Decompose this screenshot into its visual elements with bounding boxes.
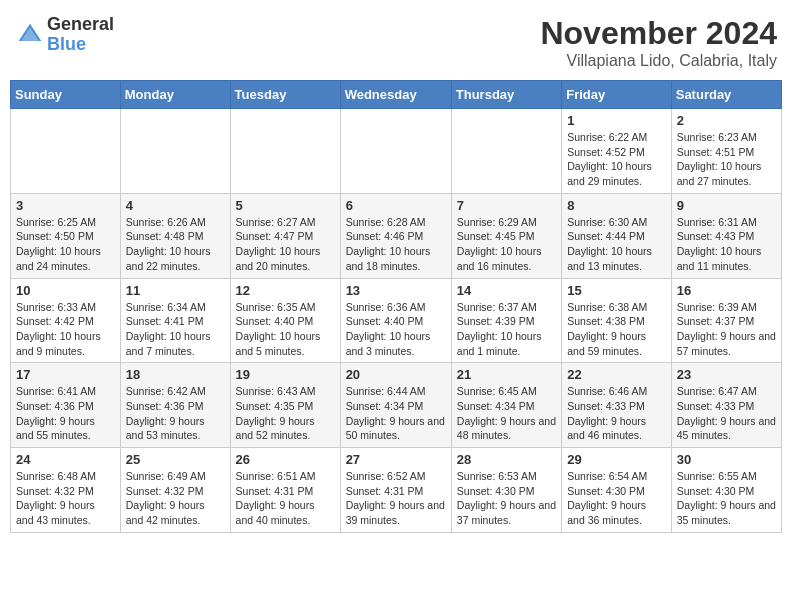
day-info: Sunrise: 6:36 AM Sunset: 4:40 PM Dayligh… — [346, 300, 446, 359]
day-number: 13 — [346, 283, 446, 298]
day-cell — [451, 109, 561, 194]
calendar-body: 1Sunrise: 6:22 AM Sunset: 4:52 PM Daylig… — [11, 109, 782, 533]
calendar: SundayMondayTuesdayWednesdayThursdayFrid… — [10, 80, 782, 533]
day-info: Sunrise: 6:42 AM Sunset: 4:36 PM Dayligh… — [126, 384, 225, 443]
day-number: 24 — [16, 452, 115, 467]
day-info: Sunrise: 6:33 AM Sunset: 4:42 PM Dayligh… — [16, 300, 115, 359]
day-number: 17 — [16, 367, 115, 382]
logo-icon — [15, 20, 45, 50]
header-saturday: Saturday — [671, 81, 781, 109]
day-info: Sunrise: 6:46 AM Sunset: 4:33 PM Dayligh… — [567, 384, 666, 443]
day-number: 5 — [236, 198, 335, 213]
day-number: 2 — [677, 113, 776, 128]
day-info: Sunrise: 6:27 AM Sunset: 4:47 PM Dayligh… — [236, 215, 335, 274]
header-row: SundayMondayTuesdayWednesdayThursdayFrid… — [11, 81, 782, 109]
day-cell: 11Sunrise: 6:34 AM Sunset: 4:41 PM Dayli… — [120, 278, 230, 363]
day-cell: 20Sunrise: 6:44 AM Sunset: 4:34 PM Dayli… — [340, 363, 451, 448]
day-number: 20 — [346, 367, 446, 382]
day-info: Sunrise: 6:35 AM Sunset: 4:40 PM Dayligh… — [236, 300, 335, 359]
day-info: Sunrise: 6:23 AM Sunset: 4:51 PM Dayligh… — [677, 130, 776, 189]
day-info: Sunrise: 6:52 AM Sunset: 4:31 PM Dayligh… — [346, 469, 446, 528]
week-row-4: 24Sunrise: 6:48 AM Sunset: 4:32 PM Dayli… — [11, 448, 782, 533]
day-cell: 10Sunrise: 6:33 AM Sunset: 4:42 PM Dayli… — [11, 278, 121, 363]
day-info: Sunrise: 6:49 AM Sunset: 4:32 PM Dayligh… — [126, 469, 225, 528]
location-title: Villapiana Lido, Calabria, Italy — [540, 52, 777, 70]
day-info: Sunrise: 6:45 AM Sunset: 4:34 PM Dayligh… — [457, 384, 556, 443]
day-cell — [11, 109, 121, 194]
day-info: Sunrise: 6:38 AM Sunset: 4:38 PM Dayligh… — [567, 300, 666, 359]
week-row-1: 3Sunrise: 6:25 AM Sunset: 4:50 PM Daylig… — [11, 193, 782, 278]
day-number: 7 — [457, 198, 556, 213]
day-cell: 26Sunrise: 6:51 AM Sunset: 4:31 PM Dayli… — [230, 448, 340, 533]
day-number: 29 — [567, 452, 666, 467]
day-number: 6 — [346, 198, 446, 213]
day-cell — [230, 109, 340, 194]
day-info: Sunrise: 6:25 AM Sunset: 4:50 PM Dayligh… — [16, 215, 115, 274]
day-info: Sunrise: 6:41 AM Sunset: 4:36 PM Dayligh… — [16, 384, 115, 443]
day-info: Sunrise: 6:53 AM Sunset: 4:30 PM Dayligh… — [457, 469, 556, 528]
day-number: 1 — [567, 113, 666, 128]
day-number: 26 — [236, 452, 335, 467]
day-number: 22 — [567, 367, 666, 382]
day-cell: 2Sunrise: 6:23 AM Sunset: 4:51 PM Daylig… — [671, 109, 781, 194]
day-cell: 30Sunrise: 6:55 AM Sunset: 4:30 PM Dayli… — [671, 448, 781, 533]
logo: General Blue — [15, 15, 114, 55]
header-wednesday: Wednesday — [340, 81, 451, 109]
day-number: 23 — [677, 367, 776, 382]
month-title: November 2024 — [540, 15, 777, 52]
day-number: 25 — [126, 452, 225, 467]
day-cell: 3Sunrise: 6:25 AM Sunset: 4:50 PM Daylig… — [11, 193, 121, 278]
logo-general: General — [47, 15, 114, 35]
day-number: 11 — [126, 283, 225, 298]
day-cell: 7Sunrise: 6:29 AM Sunset: 4:45 PM Daylig… — [451, 193, 561, 278]
title-section: November 2024 Villapiana Lido, Calabria,… — [540, 15, 777, 70]
day-cell: 4Sunrise: 6:26 AM Sunset: 4:48 PM Daylig… — [120, 193, 230, 278]
day-cell: 13Sunrise: 6:36 AM Sunset: 4:40 PM Dayli… — [340, 278, 451, 363]
day-number: 9 — [677, 198, 776, 213]
day-info: Sunrise: 6:34 AM Sunset: 4:41 PM Dayligh… — [126, 300, 225, 359]
day-cell: 25Sunrise: 6:49 AM Sunset: 4:32 PM Dayli… — [120, 448, 230, 533]
day-number: 12 — [236, 283, 335, 298]
header-thursday: Thursday — [451, 81, 561, 109]
week-row-0: 1Sunrise: 6:22 AM Sunset: 4:52 PM Daylig… — [11, 109, 782, 194]
logo-text: General Blue — [47, 15, 114, 55]
day-info: Sunrise: 6:28 AM Sunset: 4:46 PM Dayligh… — [346, 215, 446, 274]
day-cell — [120, 109, 230, 194]
day-cell: 23Sunrise: 6:47 AM Sunset: 4:33 PM Dayli… — [671, 363, 781, 448]
day-info: Sunrise: 6:48 AM Sunset: 4:32 PM Dayligh… — [16, 469, 115, 528]
day-cell: 6Sunrise: 6:28 AM Sunset: 4:46 PM Daylig… — [340, 193, 451, 278]
day-info: Sunrise: 6:30 AM Sunset: 4:44 PM Dayligh… — [567, 215, 666, 274]
day-number: 18 — [126, 367, 225, 382]
day-info: Sunrise: 6:54 AM Sunset: 4:30 PM Dayligh… — [567, 469, 666, 528]
day-number: 27 — [346, 452, 446, 467]
day-number: 8 — [567, 198, 666, 213]
header-monday: Monday — [120, 81, 230, 109]
day-cell: 16Sunrise: 6:39 AM Sunset: 4:37 PM Dayli… — [671, 278, 781, 363]
header: General Blue November 2024 Villapiana Li… — [10, 10, 782, 70]
day-cell: 24Sunrise: 6:48 AM Sunset: 4:32 PM Dayli… — [11, 448, 121, 533]
day-number: 3 — [16, 198, 115, 213]
day-info: Sunrise: 6:22 AM Sunset: 4:52 PM Dayligh… — [567, 130, 666, 189]
day-number: 15 — [567, 283, 666, 298]
day-info: Sunrise: 6:37 AM Sunset: 4:39 PM Dayligh… — [457, 300, 556, 359]
header-tuesday: Tuesday — [230, 81, 340, 109]
day-info: Sunrise: 6:55 AM Sunset: 4:30 PM Dayligh… — [677, 469, 776, 528]
header-friday: Friday — [562, 81, 672, 109]
day-info: Sunrise: 6:47 AM Sunset: 4:33 PM Dayligh… — [677, 384, 776, 443]
day-number: 19 — [236, 367, 335, 382]
day-cell: 21Sunrise: 6:45 AM Sunset: 4:34 PM Dayli… — [451, 363, 561, 448]
day-cell: 18Sunrise: 6:42 AM Sunset: 4:36 PM Dayli… — [120, 363, 230, 448]
day-cell: 9Sunrise: 6:31 AM Sunset: 4:43 PM Daylig… — [671, 193, 781, 278]
day-cell — [340, 109, 451, 194]
day-number: 4 — [126, 198, 225, 213]
day-cell: 22Sunrise: 6:46 AM Sunset: 4:33 PM Dayli… — [562, 363, 672, 448]
day-cell: 12Sunrise: 6:35 AM Sunset: 4:40 PM Dayli… — [230, 278, 340, 363]
week-row-3: 17Sunrise: 6:41 AM Sunset: 4:36 PM Dayli… — [11, 363, 782, 448]
day-cell: 19Sunrise: 6:43 AM Sunset: 4:35 PM Dayli… — [230, 363, 340, 448]
day-cell: 29Sunrise: 6:54 AM Sunset: 4:30 PM Dayli… — [562, 448, 672, 533]
day-info: Sunrise: 6:43 AM Sunset: 4:35 PM Dayligh… — [236, 384, 335, 443]
day-info: Sunrise: 6:29 AM Sunset: 4:45 PM Dayligh… — [457, 215, 556, 274]
week-row-2: 10Sunrise: 6:33 AM Sunset: 4:42 PM Dayli… — [11, 278, 782, 363]
day-cell: 1Sunrise: 6:22 AM Sunset: 4:52 PM Daylig… — [562, 109, 672, 194]
day-number: 14 — [457, 283, 556, 298]
